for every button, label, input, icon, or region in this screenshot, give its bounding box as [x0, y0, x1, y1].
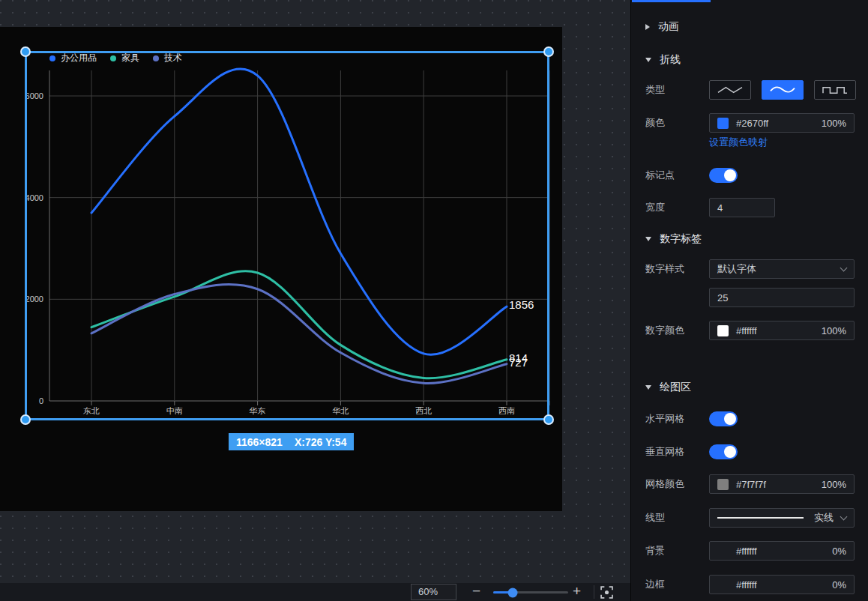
- row-line-color: 颜色 #2670ff 100%: [645, 113, 855, 133]
- section-title: 动画: [658, 20, 679, 34]
- row-vertical-grid: 垂直网格: [645, 442, 855, 462]
- line-width-input[interactable]: 4: [709, 198, 775, 217]
- section-animation[interactable]: 动画: [645, 21, 679, 33]
- row-plot-border: 边框 #ffffff 0%: [645, 575, 855, 594]
- widget-coords: X:726 Y:54: [295, 436, 347, 448]
- row-grid-color: 网格颜色 #7f7f7f 100%: [645, 474, 855, 494]
- widget-size: 1166×821: [236, 436, 283, 448]
- properties-panel: 动画 折线 类型: [630, 0, 868, 601]
- zoom-slider[interactable]: [493, 591, 568, 594]
- step-line-icon: [821, 84, 849, 96]
- polyline-icon: [716, 84, 744, 96]
- row-line-type: 类型: [645, 80, 855, 100]
- marker-point-toggle[interactable]: [709, 168, 738, 183]
- section-title: 绘图区: [660, 381, 691, 394]
- resize-handle-bottom-right[interactable]: [543, 414, 554, 425]
- chevron-down-icon: [840, 264, 848, 271]
- color-alpha-value: 0%: [832, 579, 846, 591]
- field-label: 垂直网格: [645, 445, 709, 459]
- editor-workspace[interactable]: 0200040006000东北中南华东华北西北西南1856814727 办公用品…: [0, 0, 630, 601]
- chevron-down-icon: [840, 513, 848, 520]
- color-hex-value: #ffffff: [736, 579, 832, 591]
- statusbar-divider: [594, 585, 594, 599]
- color-hex-value: #ffffff: [736, 546, 832, 557]
- zoom-statusbar: 60% − +: [0, 583, 630, 601]
- number-font-select[interactable]: 默认字体: [709, 259, 855, 279]
- color-swatch: [717, 118, 729, 129]
- row-number-style: 数字样式 默认字体: [645, 259, 855, 279]
- field-label: 线型: [645, 511, 709, 525]
- section-line[interactable]: 折线: [645, 54, 681, 66]
- section-plot-area[interactable]: 绘图区: [645, 381, 691, 393]
- field-label: 边框: [645, 578, 709, 591]
- color-mapping-link[interactable]: 设置颜色映射: [709, 136, 768, 149]
- color-hex-value: #ffffff: [736, 325, 822, 336]
- line-color-picker[interactable]: #2670ff 100%: [709, 113, 855, 133]
- row-horizontal-grid: 水平网格: [645, 409, 855, 429]
- row-grid-line-style: 线型 实线: [645, 508, 855, 528]
- color-alpha-value: 100%: [822, 325, 846, 336]
- color-alpha-value: 100%: [822, 118, 846, 129]
- color-hex-value: #7f7f7f: [736, 479, 822, 490]
- select-value: 实线: [814, 511, 834, 525]
- color-swatch: [717, 479, 729, 490]
- resize-handle-bottom-left[interactable]: [20, 414, 31, 425]
- zoom-level-input[interactable]: 60%: [411, 584, 456, 600]
- field-label: 水平网格: [645, 412, 709, 426]
- field-label: 数字样式: [645, 262, 709, 276]
- field-label: 标记点: [645, 169, 709, 182]
- zoom-slider-handle[interactable]: [508, 588, 518, 597]
- line-type-step-button[interactable]: [814, 80, 856, 100]
- horizontal-grid-toggle[interactable]: [709, 411, 738, 426]
- vertical-grid-toggle[interactable]: [709, 444, 738, 459]
- plot-background-picker[interactable]: #ffffff 0%: [709, 541, 855, 561]
- color-hex-value: #2670ff: [736, 118, 822, 129]
- plot-border-picker[interactable]: #ffffff 0%: [709, 575, 855, 594]
- section-title: 折线: [660, 53, 681, 67]
- color-alpha-value: 0%: [832, 546, 846, 557]
- toggle-knob: [724, 169, 736, 181]
- chevron-down-icon: [645, 58, 651, 62]
- select-value: 默认字体: [717, 262, 834, 276]
- row-number-size: 25: [645, 288, 855, 307]
- number-size-input[interactable]: 25: [709, 288, 855, 307]
- grid-color-picker[interactable]: #7f7f7f 100%: [709, 474, 855, 494]
- fit-to-screen-icon[interactable]: [600, 586, 613, 599]
- chart-widget-canvas[interactable]: 0200040006000东北中南华东华北西北西南1856814727 办公用品…: [0, 27, 562, 511]
- widget-selection-border[interactable]: [25, 51, 549, 420]
- smooth-curve-icon: [768, 84, 797, 96]
- field-label: 网格颜色: [645, 477, 709, 491]
- color-alpha-value: 100%: [822, 479, 846, 490]
- chevron-right-icon: [645, 24, 650, 30]
- chevron-down-icon: [645, 385, 651, 390]
- row-number-color: 数字颜色 #ffffff 100%: [645, 321, 855, 340]
- size-position-tooltip: 1166×821 X:726 Y:54: [229, 433, 354, 450]
- resize-handle-top-left[interactable]: [20, 46, 31, 57]
- chevron-down-icon: [645, 237, 651, 241]
- field-label: 背景: [645, 544, 709, 558]
- solid-line-sample: [717, 517, 804, 519]
- row-line-width: 宽度 4: [645, 198, 855, 217]
- section-number-label[interactable]: 数字标签: [645, 233, 702, 245]
- resize-handle-top-right[interactable]: [543, 46, 554, 57]
- field-label: 颜色: [645, 116, 709, 130]
- dashboard-editor: 0200040006000东北中南华东华北西北西南1856814727 办公用品…: [0, 0, 868, 601]
- color-swatch: [717, 325, 729, 336]
- section-title: 数字标签: [660, 232, 702, 246]
- line-type-polyline-button[interactable]: [709, 80, 751, 100]
- field-label: 宽度: [645, 201, 709, 214]
- grid-line-style-select[interactable]: 实线: [709, 508, 855, 528]
- active-tab-indicator: [632, 0, 711, 2]
- row-plot-background: 背景 #ffffff 0%: [645, 541, 855, 561]
- number-color-picker[interactable]: #ffffff 100%: [709, 321, 855, 340]
- toggle-knob: [724, 413, 736, 425]
- zoom-in-button[interactable]: +: [573, 583, 581, 601]
- row-marker-point: 标记点: [645, 166, 855, 185]
- zoom-out-button[interactable]: −: [472, 583, 480, 601]
- row-color-mapping: 设置颜色映射: [645, 136, 855, 148]
- field-label: 类型: [645, 83, 709, 97]
- toggle-knob: [724, 446, 736, 458]
- field-label: 数字颜色: [645, 324, 709, 337]
- line-type-smooth-button[interactable]: [762, 80, 804, 100]
